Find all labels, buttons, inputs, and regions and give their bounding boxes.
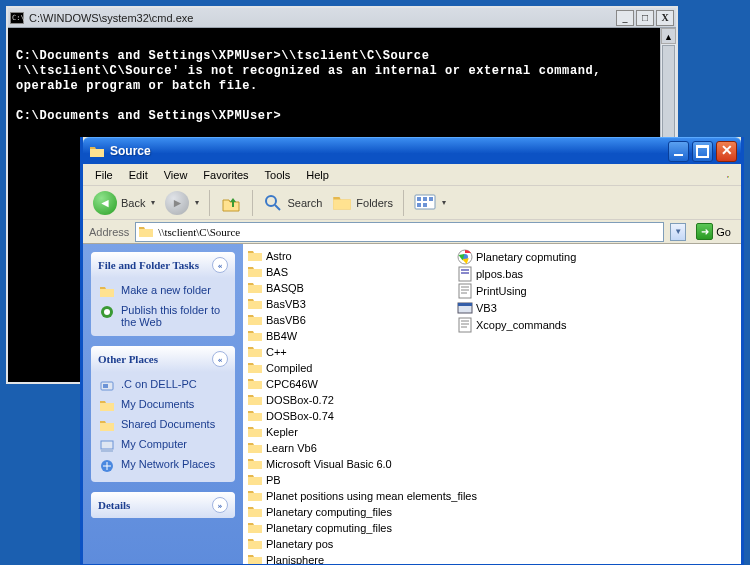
sidebar-place-item[interactable]: .C on DELL-PC [99, 378, 227, 394]
scroll-up-arrow-icon[interactable]: ▲ [661, 28, 676, 44]
expand-icon[interactable]: » [212, 497, 228, 513]
file-item[interactable]: Kepler [247, 424, 447, 440]
file-list-pane[interactable]: AstroBASBASQBBasVB3BasVB6BB4WC++Compiled… [243, 244, 741, 564]
file-item[interactable]: Planetary computing_files [247, 504, 447, 520]
file-item[interactable]: Microsoft Visual Basic 6.0 [247, 456, 447, 472]
menu-tools[interactable]: Tools [257, 167, 299, 183]
up-button[interactable] [216, 190, 246, 216]
folder-icon [247, 264, 263, 280]
folder-up-icon [220, 192, 242, 214]
file-item[interactable]: VB3 [457, 299, 677, 316]
place-label: .C on DELL-PC [121, 378, 197, 390]
menu-view[interactable]: View [156, 167, 196, 183]
place-icon [99, 378, 115, 394]
address-dropdown[interactable]: ▼ [670, 223, 686, 241]
place-icon [99, 458, 115, 474]
folder-icon [247, 360, 263, 376]
bas-icon [457, 266, 473, 282]
explorer-minimize-button[interactable] [668, 141, 689, 162]
file-item[interactable]: Planisphere [247, 552, 447, 564]
file-item[interactable]: Planetary pos [247, 536, 447, 552]
file-item[interactable]: Planet positions using mean elements_fil… [247, 488, 447, 504]
file-item[interactable]: Xcopy_commands [457, 316, 677, 333]
go-button[interactable]: ➜ Go [692, 222, 735, 241]
address-box[interactable] [135, 222, 664, 242]
cmd-titlebar[interactable]: C:\WINDOWS\system32\cmd.exe _ □ X [8, 8, 676, 28]
menu-favorites[interactable]: Favorites [195, 167, 256, 183]
task-icon [99, 304, 115, 320]
back-button[interactable]: ◄ Back ▾ [89, 189, 159, 217]
file-name: PrintUsing [476, 285, 527, 297]
file-item[interactable]: Planetary copmuting_files [247, 520, 447, 536]
back-arrow-icon: ◄ [93, 191, 117, 215]
menu-edit[interactable]: Edit [121, 167, 156, 183]
svg-rect-23 [461, 272, 469, 274]
file-item[interactable]: DOSBox-0.74 [247, 408, 447, 424]
file-name: DOSBox-0.74 [266, 410, 334, 422]
file-name: Compiled [266, 362, 312, 374]
file-item[interactable]: DOSBox-0.72 [247, 392, 447, 408]
sidebar-place-item[interactable]: My Network Places [99, 458, 227, 474]
file-name: Planetary copmuting_files [266, 522, 392, 534]
file-name: plpos.bas [476, 268, 523, 280]
file-item[interactable]: PB [247, 472, 447, 488]
file-item[interactable]: BasVB3 [247, 296, 447, 312]
forward-button[interactable]: ► ▾ [161, 189, 203, 217]
search-button[interactable]: Search [259, 191, 326, 215]
collapse-icon[interactable]: « [212, 257, 228, 273]
explorer-window: Source ✕ File Edit View Favorites Tools … [80, 137, 744, 565]
cmd-close-button[interactable]: X [656, 10, 674, 26]
file-name: BAS [266, 266, 288, 278]
panel-header[interactable]: Details » [91, 492, 235, 518]
menu-file[interactable]: File [87, 167, 121, 183]
panel-header[interactable]: File and Folder Tasks « [91, 252, 235, 278]
file-item[interactable]: PrintUsing [457, 282, 677, 299]
toolbar-separator [252, 190, 253, 216]
views-button[interactable]: ▾ [410, 191, 450, 215]
file-item[interactable]: Astro [247, 248, 447, 264]
sidebar-place-item[interactable]: Shared Documents [99, 418, 227, 434]
address-input[interactable] [154, 225, 661, 239]
place-label: Shared Documents [121, 418, 215, 430]
place-label: My Computer [121, 438, 187, 450]
cmd-minimize-button[interactable]: _ [616, 10, 634, 26]
file-item[interactable]: BASQB [247, 280, 447, 296]
folders-button[interactable]: Folders [328, 191, 397, 215]
svg-rect-7 [417, 197, 421, 201]
file-item[interactable]: Planetary copmuting [457, 248, 677, 265]
folder-icon [247, 280, 263, 296]
file-item[interactable]: Compiled [247, 360, 447, 376]
file-name: BasVB3 [266, 298, 306, 310]
explorer-titlebar[interactable]: Source ✕ [83, 137, 741, 164]
explorer-close-button[interactable]: ✕ [716, 141, 737, 162]
chevron-down-icon: ▾ [193, 198, 199, 207]
sidebar-place-item[interactable]: My Computer [99, 438, 227, 454]
file-item[interactable]: C++ [247, 344, 447, 360]
file-name: BB4W [266, 330, 297, 342]
task-icon [99, 284, 115, 300]
explorer-maximize-button[interactable] [692, 141, 713, 162]
chevron-down-icon: ▾ [440, 198, 446, 207]
collapse-icon[interactable]: « [212, 351, 228, 367]
file-item[interactable]: plpos.bas [457, 265, 677, 282]
cmd-maximize-button[interactable]: □ [636, 10, 654, 26]
file-item[interactable]: BB4W [247, 328, 447, 344]
file-item[interactable]: Learn Vb6 [247, 440, 447, 456]
folder-icon [247, 296, 263, 312]
sidebar-place-item[interactable]: My Documents [99, 398, 227, 414]
svg-rect-15 [103, 384, 108, 388]
file-item[interactable]: BAS [247, 264, 447, 280]
file-name: Planetary copmuting [476, 251, 576, 263]
svg-rect-1 [728, 176, 729, 177]
sidebar-task-item[interactable]: Make a new folder [99, 284, 227, 300]
menu-help[interactable]: Help [298, 167, 337, 183]
folder-icon [247, 376, 263, 392]
file-name: CPC646W [266, 378, 318, 390]
file-item[interactable]: BasVB6 [247, 312, 447, 328]
panel-header[interactable]: Other Places « [91, 346, 235, 372]
folder-icon [247, 440, 263, 456]
file-item[interactable]: CPC646W [247, 376, 447, 392]
sidebar-task-item[interactable]: Publish this folder to the Web [99, 304, 227, 328]
explorer-title: Source [110, 144, 665, 158]
txt-icon [457, 283, 473, 299]
